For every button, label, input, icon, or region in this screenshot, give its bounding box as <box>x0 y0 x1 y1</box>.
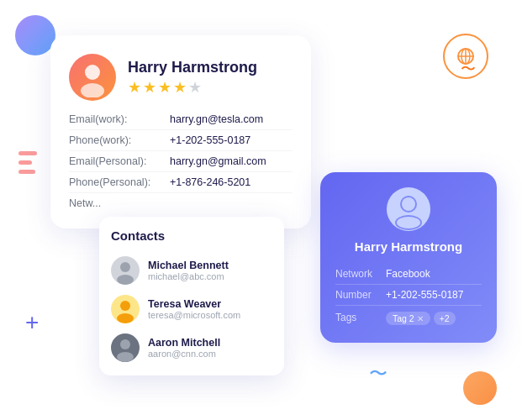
contact-email-teresa: teresa@microsoft.com <box>148 310 240 320</box>
list-item[interactable]: Michael Bennett michael@abc.com <box>111 251 272 290</box>
contact-avatar-michael <box>111 256 140 285</box>
field-value-phone-personal: +1-876-246-5201 <box>170 176 250 188</box>
contact-name-michael: Michael Bennett <box>148 260 229 271</box>
star-5: ★ <box>188 78 202 97</box>
blue-card-name: Harry Harmstrong <box>335 239 482 254</box>
svg-point-8 <box>120 301 130 311</box>
svg-point-7 <box>117 275 134 285</box>
deco-lines <box>18 151 37 174</box>
svg-point-6 <box>120 262 130 272</box>
deco-circle-topleft <box>15 15 55 55</box>
contact-avatar-teresa <box>111 295 140 323</box>
field-network: Netw... <box>69 193 293 213</box>
blue-label-tags: Tags <box>335 312 386 323</box>
blue-field-tags: Tags Tag 2 ✕ +2 <box>335 306 482 329</box>
blue-value-network: Facebook <box>386 268 430 280</box>
svg-point-14 <box>402 197 415 211</box>
tag-2-remove[interactable]: ✕ <box>417 314 424 323</box>
contact-name-aaron: Aaron Mitchell <box>148 337 220 349</box>
tag-2-label: Tag 2 <box>393 313 414 323</box>
star-rating: ★ ★ ★ ★ ★ <box>128 78 257 97</box>
contact-name-teresa: Teresa Weaver <box>148 298 240 310</box>
field-value-email-work: harry.gn@tesla.com <box>170 113 263 125</box>
main-card-name-section: Harry Harmstrong ★ ★ ★ ★ ★ <box>128 59 257 97</box>
field-label-phone-personal: Phone(Personal): <box>69 176 170 188</box>
star-1: ★ <box>128 78 141 97</box>
field-value-phone-work: +1-202-555-0187 <box>170 134 250 146</box>
svg-point-9 <box>117 313 134 323</box>
globe-icon <box>443 34 488 79</box>
blue-label-network: Network <box>335 268 386 280</box>
field-label-phone-work: Phone(work): <box>69 134 170 146</box>
contact-info-michael: Michael Bennett michael@abc.com <box>148 260 229 281</box>
tag-more[interactable]: +2 <box>434 312 456 325</box>
deco-plus-icon: + <box>25 309 39 336</box>
main-card-header: Harry Harmstrong ★ ★ ★ ★ ★ <box>69 54 293 101</box>
field-phone-personal: Phone(Personal): +1-876-246-5201 <box>69 172 293 193</box>
blue-card-avatar <box>387 187 430 231</box>
svg-point-4 <box>85 65 100 80</box>
field-label-network: Netw... <box>69 197 170 209</box>
contact-fields: Email(work): harry.gn@tesla.com Phone(wo… <box>69 109 293 213</box>
blue-label-number: Number <box>335 289 386 301</box>
svg-point-10 <box>120 339 130 349</box>
svg-point-5 <box>81 83 104 97</box>
contacts-dropdown: Contacts Michael Bennett michael@abc.com… <box>99 217 284 375</box>
deco-wave-bottom-icon: 〜 <box>369 361 388 386</box>
star-4: ★ <box>173 78 187 97</box>
field-email-personal: Email(Personal): harry.gn@gmail.com <box>69 151 293 172</box>
contact-email-aaron: aaron@cnn.com <box>148 349 220 359</box>
svg-point-11 <box>117 352 134 362</box>
deco-circle-bottomright <box>463 371 497 405</box>
contact-info-aaron: Aaron Mitchell aaron@cnn.com <box>148 337 220 359</box>
contact-info-teresa: Teresa Weaver teresa@microsoft.com <box>148 298 240 320</box>
blue-profile-card: Harry Harmstrong Network Facebook Number… <box>320 172 497 343</box>
contact-name: Harry Harmstrong <box>128 59 257 76</box>
list-item[interactable]: Aaron Mitchell aaron@cnn.com <box>111 328 272 367</box>
avatar <box>69 54 116 101</box>
contact-email-michael: michael@abc.com <box>148 271 229 281</box>
field-value-email-personal: harry.gn@gmail.com <box>170 155 266 167</box>
main-contact-card: Harry Harmstrong ★ ★ ★ ★ ★ Email(work): … <box>50 35 311 228</box>
svg-point-15 <box>397 217 420 228</box>
tags-container: Tag 2 ✕ +2 <box>386 312 456 325</box>
contacts-title: Contacts <box>111 228 272 243</box>
blue-value-number: +1-202-555-0187 <box>386 289 463 301</box>
field-email-work: Email(work): harry.gn@tesla.com <box>69 109 293 130</box>
field-label-email-personal: Email(Personal): <box>69 155 170 167</box>
list-item[interactable]: Teresa Weaver teresa@microsoft.com <box>111 290 272 328</box>
contact-avatar-aaron <box>111 333 140 362</box>
star-2: ★ <box>143 78 156 97</box>
blue-field-network: Network Facebook <box>335 264 482 285</box>
blue-field-number: Number +1-202-555-0187 <box>335 285 482 306</box>
field-label-email-work: Email(work): <box>69 113 170 125</box>
star-3: ★ <box>158 78 171 97</box>
field-phone-work: Phone(work): +1-202-555-0187 <box>69 130 293 151</box>
tag-2[interactable]: Tag 2 ✕ <box>386 312 430 325</box>
